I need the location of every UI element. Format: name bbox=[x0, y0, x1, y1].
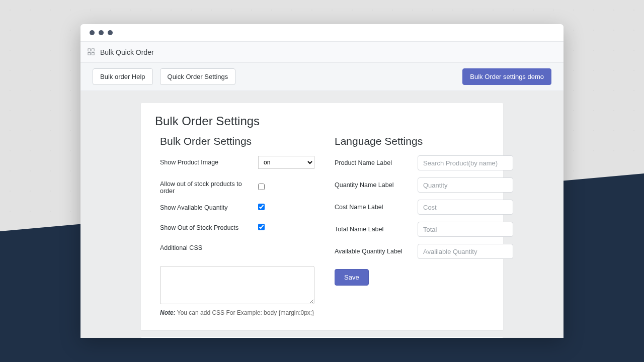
show-oos-products-checkbox[interactable] bbox=[258, 224, 265, 230]
svg-rect-1 bbox=[92, 49, 94, 51]
app-grid-icon bbox=[88, 48, 95, 56]
bulk-order-help-button[interactable]: Bulk order Help bbox=[93, 68, 153, 85]
allow-oos-order-checkbox[interactable] bbox=[258, 184, 265, 190]
app-header: Bulk Quick Order bbox=[80, 41, 564, 63]
bulk-order-settings-column: Bulk Order Settings Show Product Image o… bbox=[160, 135, 314, 316]
product-name-input[interactable] bbox=[418, 155, 513, 170]
additional-css-textarea[interactable] bbox=[160, 266, 314, 304]
total-name-input[interactable] bbox=[418, 222, 513, 237]
toolbar: Bulk order Help Quick Order Settings Bul… bbox=[80, 63, 564, 91]
settings-title: Bulk Order Settings bbox=[155, 114, 489, 128]
main-content: Bulk Order Settings Bulk Order Settings … bbox=[80, 91, 564, 338]
settings-card: Bulk Order Settings Bulk Order Settings … bbox=[141, 103, 503, 330]
quantity-name-label: Quantity Name Label bbox=[335, 182, 418, 189]
bulk-order-demo-button[interactable]: Bulk Order settings demo bbox=[462, 68, 551, 85]
window-titlebar bbox=[80, 24, 564, 41]
window-dot-icon bbox=[99, 30, 104, 35]
window-dot-icon bbox=[108, 30, 113, 35]
app-window: Bulk Quick Order Bulk order Help Quick O… bbox=[80, 24, 564, 338]
show-available-qty-label: Show Available Quantity bbox=[160, 204, 258, 211]
total-name-label: Total Name Label bbox=[335, 226, 418, 233]
show-oos-products-label: Show Out of Stock Products bbox=[160, 224, 258, 231]
language-settings-heading: Language Settings bbox=[335, 135, 513, 147]
product-name-label: Product Name Label bbox=[335, 159, 418, 166]
css-note: Note: You can add CSS For Example: body … bbox=[160, 309, 314, 316]
note-text: You can add CSS For Example: body {margi… bbox=[176, 309, 314, 316]
svg-rect-2 bbox=[88, 52, 91, 55]
note-label: Note: bbox=[160, 309, 176, 316]
bulk-settings-heading: Bulk Order Settings bbox=[160, 135, 314, 147]
show-product-image-select[interactable]: on bbox=[258, 156, 314, 169]
show-product-image-label: Show Product Image bbox=[160, 159, 258, 166]
cost-name-input[interactable] bbox=[418, 200, 513, 215]
additional-css-label: Additional CSS bbox=[160, 244, 258, 251]
installed-card: The Bulk Order App Has Been Installed! bbox=[141, 337, 503, 338]
svg-rect-3 bbox=[92, 52, 94, 55]
available-qty-input[interactable] bbox=[418, 244, 513, 259]
available-qty-label: Available Quantity Label bbox=[335, 248, 418, 255]
show-available-qty-checkbox[interactable] bbox=[258, 204, 265, 210]
allow-oos-order-label: Allow out of stock products to order bbox=[160, 180, 258, 195]
window-dot-icon bbox=[90, 30, 95, 35]
app-title: Bulk Quick Order bbox=[100, 48, 154, 56]
save-button[interactable]: Save bbox=[335, 269, 369, 286]
language-settings-column: Language Settings Product Name Label Qua… bbox=[335, 135, 513, 316]
svg-rect-0 bbox=[88, 49, 91, 51]
cost-name-label: Cost Name Label bbox=[335, 204, 418, 211]
quantity-name-input[interactable] bbox=[418, 177, 513, 193]
quick-order-settings-button[interactable]: Quick Order Settings bbox=[160, 68, 236, 85]
